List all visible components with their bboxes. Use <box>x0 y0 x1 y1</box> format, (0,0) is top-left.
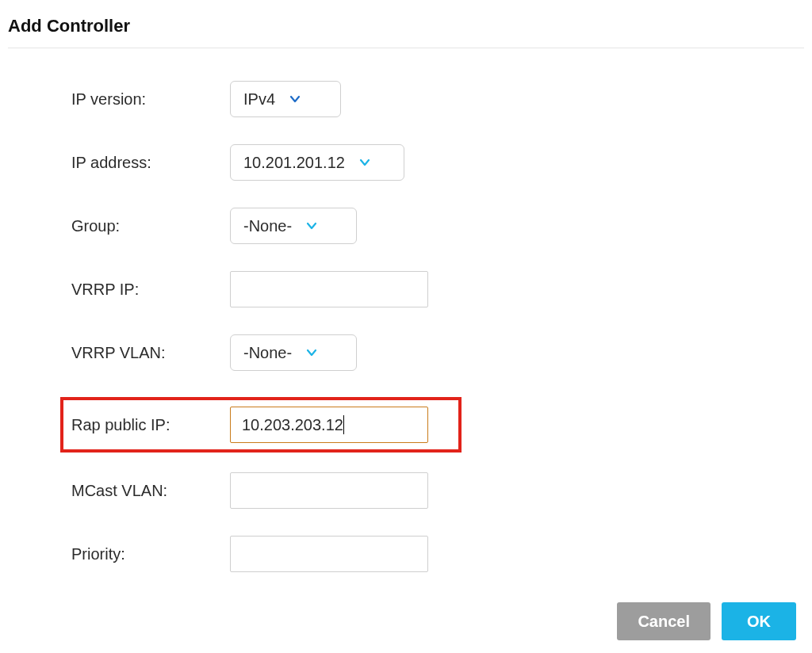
input-mcast-vlan[interactable] <box>230 472 428 509</box>
select-ip-address[interactable]: 10.201.201.12 <box>230 144 404 181</box>
select-group[interactable]: -None- <box>230 208 357 244</box>
select-ip-address-value: 10.201.201.12 <box>243 154 345 172</box>
chevron-down-icon <box>289 94 301 105</box>
input-priority[interactable] <box>230 536 428 572</box>
label-ip-address: IP address: <box>71 154 230 172</box>
chevron-down-icon <box>306 347 317 358</box>
dialog-buttons: Cancel OK <box>617 602 796 640</box>
add-controller-form: IP version: IPv4 IP address: 10.201.201.… <box>8 80 804 573</box>
label-vrrp-vlan: VRRP VLAN: <box>71 344 230 362</box>
row-priority: Priority: <box>71 535 804 573</box>
label-vrrp-ip: VRRP IP: <box>71 281 230 299</box>
chevron-down-icon <box>359 157 370 168</box>
label-priority: Priority: <box>71 545 230 563</box>
input-rap-public-ip[interactable]: 10.203.203.12 <box>230 407 428 443</box>
row-vrrp-vlan: VRRP VLAN: -None- <box>71 334 804 372</box>
row-vrrp-ip: VRRP IP: <box>71 270 804 308</box>
select-vrrp-vlan-value: -None- <box>243 344 292 362</box>
row-group: Group: -None- <box>71 207 804 245</box>
page-title: Add Controller <box>8 16 804 36</box>
select-ip-version-value: IPv4 <box>243 90 275 109</box>
row-ip-version: IP version: IPv4 <box>71 80 804 118</box>
label-mcast-vlan: MCast VLAN: <box>71 482 230 500</box>
cancel-button[interactable]: Cancel <box>617 602 710 640</box>
input-vrrp-ip[interactable] <box>230 271 428 307</box>
label-rap-public-ip: Rap public IP: <box>71 416 230 434</box>
ok-button[interactable]: OK <box>722 602 796 640</box>
text-caret-icon <box>343 415 344 434</box>
select-vrrp-vlan[interactable]: -None- <box>230 334 357 371</box>
input-rap-public-ip-value: 10.203.203.12 <box>242 416 343 434</box>
label-ip-version: IP version: <box>71 90 230 109</box>
row-rap-public-ip-highlighted: Rap public IP: 10.203.203.12 <box>60 397 462 453</box>
label-group: Group: <box>71 217 230 235</box>
divider <box>8 48 804 48</box>
row-mcast-vlan: MCast VLAN: <box>71 472 804 510</box>
row-ip-address: IP address: 10.201.201.12 <box>71 143 804 181</box>
chevron-down-icon <box>306 220 317 231</box>
select-group-value: -None- <box>243 217 292 235</box>
select-ip-version[interactable]: IPv4 <box>230 81 341 117</box>
